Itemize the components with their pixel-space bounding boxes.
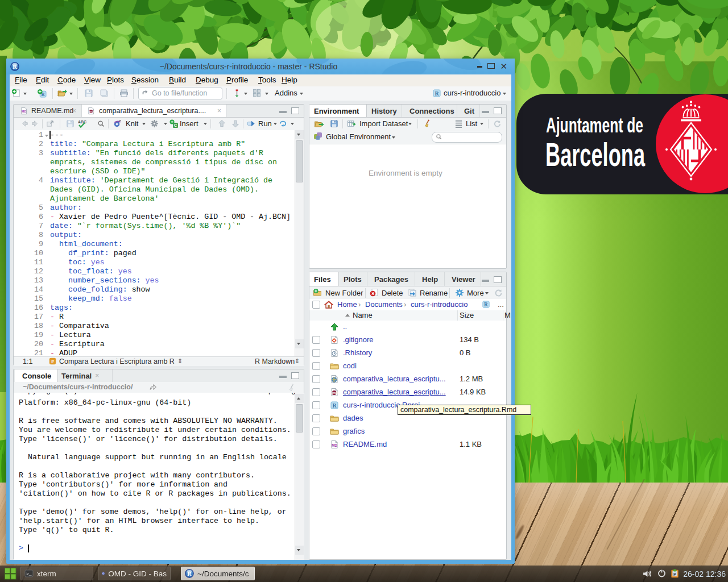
svg-text:C: C: [174, 123, 177, 128]
svg-text:R: R: [332, 402, 337, 409]
svg-text:MD: MD: [332, 443, 337, 447]
svg-text:>_: >_: [26, 571, 32, 576]
svg-text:R: R: [484, 302, 488, 307]
svg-text:MD: MD: [22, 110, 26, 113]
svg-text:R: R: [187, 571, 192, 577]
svg-text:R: R: [435, 90, 439, 97]
svg-text:P: P: [673, 572, 676, 577]
svg-text:ABC: ABC: [78, 120, 86, 124]
svg-text:Rmd: Rmd: [330, 391, 337, 394]
svg-text:#: #: [51, 359, 54, 364]
svg-text:Rmd: Rmd: [89, 110, 94, 113]
